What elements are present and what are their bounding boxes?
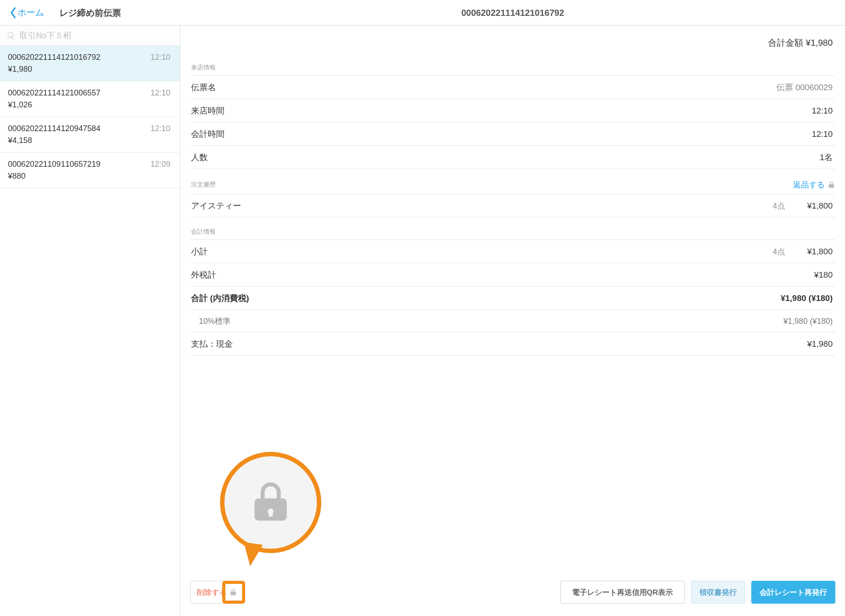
reprint-button[interactable]: 会計レシート再発行 bbox=[751, 581, 835, 604]
ext-tax-value: ¥180 bbox=[814, 270, 833, 280]
row-visit-time: 来店時間 12:10 bbox=[190, 99, 835, 122]
visit-time-label: 来店時間 bbox=[191, 105, 224, 117]
transaction-time: 12:10 bbox=[151, 124, 170, 133]
sidebar-title: レジ締め前伝票 bbox=[59, 0, 121, 26]
search-input[interactable] bbox=[0, 26, 180, 46]
row-paid: 支払：現金 ¥1,980 bbox=[190, 332, 835, 356]
return-button[interactable]: 返品する bbox=[793, 180, 835, 190]
lock-icon bbox=[827, 181, 835, 189]
delete-label: 削除する bbox=[197, 587, 227, 598]
grand-total: 合計金額 ¥1,980 bbox=[190, 26, 835, 53]
transaction-id: 000620221114120947584 bbox=[8, 124, 172, 133]
detail-pane: 合計金額 ¥1,980 来店情報 伝票名 伝票 00060029 来店時間 12… bbox=[180, 26, 845, 616]
row-ext-tax: 外税計 ¥180 bbox=[190, 263, 835, 286]
transaction-id: 000620221114121016792 bbox=[8, 53, 172, 62]
footer: 削除する 電子レシート再送信用QR表示 領収書発行 会計レシート再発行 bbox=[180, 572, 845, 616]
total-value: ¥1,980 (¥180) bbox=[781, 293, 833, 303]
top-bar: ホーム レジ締め前伝票 000620221114121016792 bbox=[0, 0, 845, 26]
back-label: ホーム bbox=[18, 7, 44, 18]
delete-button[interactable]: 削除する bbox=[190, 581, 244, 604]
row-standard-tax: 10%標準 ¥1,980 (¥180) bbox=[190, 310, 835, 332]
total-label: 合計 (内消費税) bbox=[191, 293, 249, 304]
transaction-item[interactable]: 000620221114121016792 ¥1,980 12:10 bbox=[0, 46, 180, 81]
subtotal-qty: 4点 bbox=[773, 246, 785, 257]
lock-icon bbox=[229, 588, 237, 596]
transaction-id: 000620221109110657219 bbox=[8, 160, 172, 169]
visit-time-value: 12:10 bbox=[812, 106, 833, 116]
row-order-item: アイスティー 4点 ¥1,800 bbox=[190, 194, 835, 217]
transaction-amount: ¥880 bbox=[8, 172, 172, 181]
order-qty: 4点 bbox=[773, 201, 785, 211]
paid-value: ¥1,980 bbox=[807, 339, 833, 349]
orders-heading: 注文履歴 bbox=[191, 181, 216, 189]
transaction-time: 12:09 bbox=[151, 160, 170, 169]
row-subtotal: 小計 4点 ¥1,800 bbox=[190, 239, 835, 263]
receipt-button[interactable]: 領収書発行 bbox=[691, 581, 745, 604]
transaction-amount: ¥1,026 bbox=[8, 100, 172, 110]
transaction-list: 000620221114121016792 ¥1,980 12:10 00062… bbox=[0, 46, 180, 616]
transaction-amount: ¥1,980 bbox=[8, 65, 172, 74]
slip-name-value: 伝票 00060029 bbox=[776, 82, 833, 93]
subtotal-label: 小計 bbox=[191, 246, 208, 257]
search-icon bbox=[7, 31, 15, 40]
section-payment-label: 会計情報 bbox=[190, 228, 835, 236]
detail-title: 000620221114121016792 bbox=[180, 0, 845, 26]
standard-value: ¥1,980 (¥180) bbox=[783, 317, 833, 326]
standard-label: 10%標準 bbox=[191, 316, 231, 326]
grand-total-value: ¥1,980 bbox=[806, 38, 833, 48]
ext-tax-label: 外税計 bbox=[191, 269, 216, 281]
order-amount: ¥1,800 bbox=[807, 201, 833, 211]
chevron-left-icon bbox=[10, 7, 17, 18]
receipt-label: 領収書発行 bbox=[699, 587, 737, 598]
qr-button[interactable]: 電子レシート再送信用QR表示 bbox=[560, 581, 685, 604]
people-value: 1名 bbox=[819, 152, 833, 163]
transaction-id: 000620221114121006557 bbox=[8, 88, 172, 98]
back-button[interactable]: ホーム bbox=[0, 7, 44, 18]
transaction-amount: ¥4,158 bbox=[8, 136, 172, 145]
slip-name-label: 伝票名 bbox=[191, 82, 216, 93]
sidebar: 000620221114121016792 ¥1,980 12:10 00062… bbox=[0, 26, 180, 616]
qr-label: 電子レシート再送信用QR表示 bbox=[572, 587, 673, 598]
section-orders-label: 注文履歴 返品する bbox=[190, 180, 835, 190]
subtotal-value: ¥1,800 bbox=[807, 247, 833, 257]
checkout-time-label: 会計時間 bbox=[191, 128, 224, 140]
order-name: アイスティー bbox=[191, 200, 241, 212]
transaction-time: 12:10 bbox=[151, 88, 170, 98]
search-wrap bbox=[0, 26, 180, 46]
return-label: 返品する bbox=[793, 180, 825, 190]
row-people: 人数 1名 bbox=[190, 146, 835, 169]
row-slip-name: 伝票名 伝票 00060029 bbox=[190, 75, 835, 99]
transaction-item[interactable]: 000620221109110657219 ¥880 12:09 bbox=[0, 153, 180, 188]
grand-total-label: 合計金額 bbox=[768, 38, 803, 48]
section-visit-label: 来店情報 bbox=[190, 64, 835, 72]
people-label: 人数 bbox=[191, 152, 208, 163]
transaction-item[interactable]: 000620221114120947584 ¥4,158 12:10 bbox=[0, 117, 180, 153]
transaction-time: 12:10 bbox=[151, 53, 170, 62]
checkout-time-value: 12:10 bbox=[812, 129, 833, 139]
row-total: 合計 (内消費税) ¥1,980 (¥180) bbox=[190, 286, 835, 310]
transaction-item[interactable]: 000620221114121006557 ¥1,026 12:10 bbox=[0, 81, 180, 117]
reprint-label: 会計レシート再発行 bbox=[760, 587, 827, 598]
row-checkout-time: 会計時間 12:10 bbox=[190, 122, 835, 146]
paid-label: 支払：現金 bbox=[191, 338, 233, 350]
